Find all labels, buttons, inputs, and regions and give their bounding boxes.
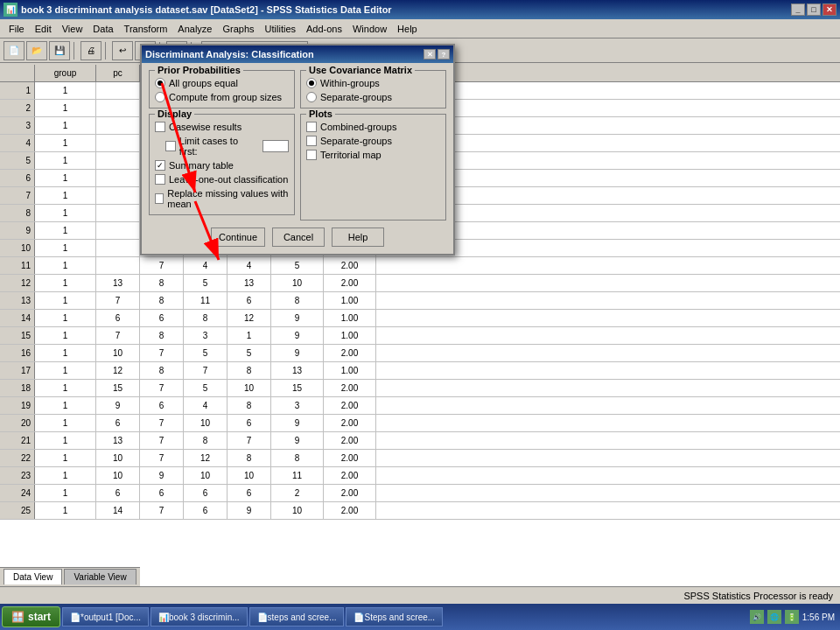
col-pc[interactable] — [96, 187, 140, 204]
col-voc[interactable]: 4 — [184, 397, 228, 414]
col-bd[interactable]: 7 — [140, 502, 184, 519]
col-comp[interactable]: 8 — [271, 450, 324, 466]
radio-separate-circle[interactable] — [306, 92, 317, 102]
col-group[interactable]: 1 — [35, 485, 96, 501]
col-gender[interactable]: 2.00 — [324, 467, 376, 484]
col-group[interactable]: 1 — [35, 432, 96, 449]
col-comp[interactable]: 13 — [271, 362, 324, 379]
tab-data-view[interactable]: Data View — [4, 569, 62, 584]
check-limit-box[interactable] — [165, 141, 176, 151]
col-pc[interactable]: 10 — [96, 450, 140, 466]
open-button[interactable]: 📂 — [26, 41, 47, 60]
new-file-button[interactable]: 📄 — [4, 41, 24, 60]
col-group[interactable]: 1 — [35, 397, 96, 414]
col-voc[interactable]: 11 — [184, 292, 228, 309]
check-combined-box[interactable] — [306, 122, 317, 132]
menu-addons[interactable]: Add-ons — [301, 22, 347, 36]
col-comp[interactable]: 9 — [271, 310, 324, 326]
col-pc[interactable]: 6 — [96, 310, 140, 326]
col-voc[interactable]: 6 — [184, 485, 228, 501]
col-voc[interactable]: 8 — [184, 432, 228, 449]
check-replace-box[interactable] — [155, 193, 164, 204]
taskbar-item-0[interactable]: 📄 *output1 [Doc... — [62, 607, 149, 626]
col-bd[interactable]: 7 — [140, 380, 184, 396]
col-bd[interactable]: 6 — [140, 485, 184, 501]
menu-utilities[interactable]: Utilities — [260, 22, 301, 36]
col-bd[interactable]: 8 — [140, 275, 184, 291]
taskbar-item-3[interactable]: 📄 Steps and scree... — [346, 607, 443, 626]
menu-data[interactable]: Data — [88, 22, 118, 36]
tab-variable-view[interactable]: Variable View — [64, 569, 136, 584]
col-pc[interactable]: 12 — [96, 362, 140, 379]
radio-within-circle[interactable] — [306, 78, 317, 88]
col-oa[interactable]: 8 — [228, 450, 271, 466]
col-oa[interactable]: 10 — [228, 467, 271, 484]
col-group[interactable]: 1 — [35, 415, 96, 431]
col-pc[interactable] — [96, 135, 140, 151]
col-voc[interactable]: 5 — [184, 345, 228, 361]
col-bd[interactable]: 7 — [140, 415, 184, 431]
col-bd[interactable]: 6 — [140, 397, 184, 414]
radio-within[interactable]: Within-groups — [306, 78, 440, 88]
col-comp[interactable]: 15 — [271, 380, 324, 396]
col-comp[interactable]: 2 — [271, 485, 324, 501]
col-voc[interactable]: 3 — [184, 327, 228, 344]
col-pc[interactable]: 15 — [96, 380, 140, 396]
col-pc[interactable]: 9 — [96, 397, 140, 414]
check-casewise[interactable]: Casewise results — [155, 122, 289, 132]
col-voc[interactable]: 10 — [184, 467, 228, 484]
close-button[interactable]: ✕ — [822, 4, 836, 16]
col-gender[interactable]: 1.00 — [324, 310, 376, 326]
col-gender[interactable]: 2.00 — [324, 345, 376, 361]
col-pc[interactable]: 13 — [96, 432, 140, 449]
col-pc[interactable] — [96, 257, 140, 274]
col-header-group[interactable]: group — [35, 65, 96, 81]
col-oa[interactable]: 4 — [228, 257, 271, 274]
col-group[interactable]: 1 — [35, 450, 96, 466]
menu-analyze[interactable]: Analyze — [172, 22, 217, 36]
col-gender[interactable]: 2.00 — [324, 485, 376, 501]
col-comp[interactable]: 9 — [271, 415, 324, 431]
col-group[interactable]: 1 — [35, 310, 96, 326]
col-comp[interactable]: 9 — [271, 345, 324, 361]
col-oa[interactable]: 8 — [228, 397, 271, 414]
col-comp[interactable]: 10 — [271, 502, 324, 519]
col-oa[interactable]: 13 — [228, 275, 271, 291]
col-pc[interactable] — [96, 100, 140, 116]
col-oa[interactable]: 8 — [228, 362, 271, 379]
col-group[interactable]: 1 — [35, 205, 96, 221]
col-comp[interactable]: 3 — [271, 397, 324, 414]
col-gender[interactable]: 1.00 — [324, 292, 376, 309]
col-group[interactable]: 1 — [35, 82, 96, 99]
col-pc[interactable]: 10 — [96, 467, 140, 484]
col-group[interactable]: 1 — [35, 380, 96, 396]
col-group[interactable]: 1 — [35, 345, 96, 361]
check-combined[interactable]: Combined-groups — [306, 122, 440, 132]
check-leave-one-box[interactable] — [155, 174, 165, 185]
col-voc[interactable]: 5 — [184, 380, 228, 396]
save-button[interactable]: 💾 — [49, 41, 70, 60]
col-bd[interactable]: 7 — [140, 432, 184, 449]
col-pc[interactable] — [96, 117, 140, 134]
col-group[interactable]: 1 — [35, 187, 96, 204]
col-pc[interactable] — [96, 205, 140, 221]
col-comp[interactable]: 9 — [271, 327, 324, 344]
menu-file[interactable]: File — [4, 22, 30, 36]
col-group[interactable]: 1 — [35, 222, 96, 239]
col-pc[interactable]: 7 — [96, 292, 140, 309]
col-comp[interactable]: 5 — [271, 257, 324, 274]
col-pc[interactable]: 10 — [96, 345, 140, 361]
col-oa[interactable]: 10 — [228, 380, 271, 396]
col-bd[interactable]: 8 — [140, 327, 184, 344]
col-pc[interactable]: 7 — [96, 327, 140, 344]
col-voc[interactable]: 10 — [184, 415, 228, 431]
maximize-button[interactable]: □ — [807, 4, 821, 16]
col-voc[interactable]: 12 — [184, 450, 228, 466]
col-pc[interactable] — [96, 240, 140, 256]
taskbar-item-2[interactable]: 📄 steps and scree... — [249, 607, 345, 626]
col-gender[interactable]: 2.00 — [324, 275, 376, 291]
radio-compute-circle[interactable] — [155, 92, 165, 102]
col-oa[interactable]: 6 — [228, 485, 271, 501]
taskbar-item-1[interactable]: 📊 book 3 discrimin... — [150, 607, 248, 626]
minimize-button[interactable]: _ — [791, 4, 805, 16]
